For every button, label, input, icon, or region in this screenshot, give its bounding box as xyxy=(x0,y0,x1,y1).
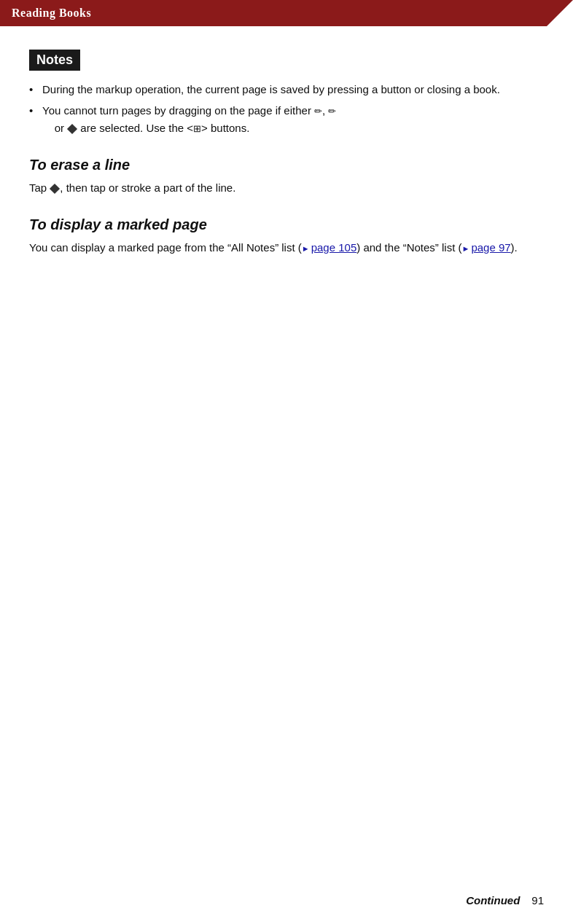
pencil-icon: ✏ xyxy=(314,106,322,117)
page-105-link[interactable]: page 105 xyxy=(311,241,357,254)
main-content: Notes During the markup operation, the c… xyxy=(0,26,573,285)
display-marked-page-body: You can display a marked page from the “… xyxy=(29,239,544,256)
link-icon-1: ► xyxy=(302,244,310,253)
page-97-link[interactable]: page 97 xyxy=(471,241,510,254)
notes-badge: Notes xyxy=(29,50,544,81)
header-bar: Reading Books xyxy=(0,0,573,26)
bullet-item-1-text: During the markup operation, the current… xyxy=(42,83,500,95)
erase-line-body: Tap , then tap or stroke a part of the l… xyxy=(29,179,544,196)
footer-continued-label: Continued xyxy=(466,894,520,907)
notes-bullet-list: During the markup operation, the current… xyxy=(29,81,544,136)
display-marked-page-heading: To display a marked page xyxy=(29,216,544,233)
bullet-item-2: You cannot turn pages by dragging on the… xyxy=(29,102,544,136)
erase-line-section: To erase a line Tap , then tap or stroke… xyxy=(29,157,544,196)
header-title: Reading Books xyxy=(12,7,91,20)
link-icon-2: ► xyxy=(461,244,469,253)
pencil-icon-2: ✏ xyxy=(328,106,336,117)
display-marked-page-section: To display a marked page You can display… xyxy=(29,216,544,256)
book-icon: ⊞ xyxy=(193,122,201,133)
diamond-icon-erase xyxy=(50,184,60,194)
footer-page-number: 91 xyxy=(531,894,544,907)
erase-line-heading: To erase a line xyxy=(29,157,544,173)
bullet-item-1: During the markup operation, the current… xyxy=(29,81,544,98)
footer: Continued 91 xyxy=(466,894,544,907)
bullet-item-2-text: You cannot turn pages by dragging on the… xyxy=(42,104,336,133)
diamond-icon xyxy=(67,123,77,133)
